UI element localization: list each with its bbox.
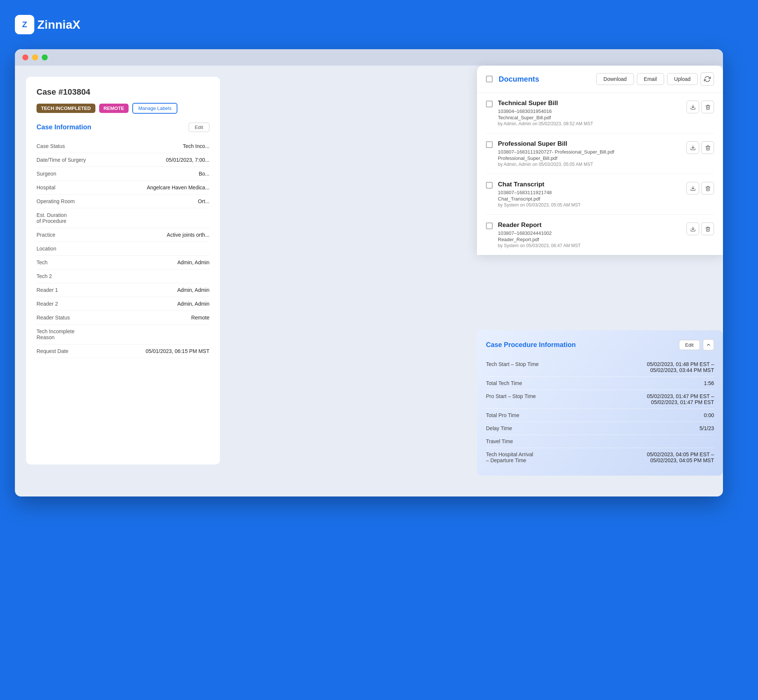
document-filename: Chat_Transcript.pdf [498,196,681,202]
document-meta: by System on 05/03/2023, 06:47 AM MST [498,243,681,248]
procedure-field-label: Total Tech Time [486,377,588,390]
case-field-value: Admin, Admin [114,297,209,311]
case-field-value: Tech Inco... [114,139,209,153]
document-checkbox[interactable] [486,101,493,107]
case-field-value: Ort... [114,195,209,208]
case-field-value: Remote [114,311,209,325]
document-download-button[interactable] [686,101,699,113]
case-info-header: Case Information Edit [36,123,209,132]
email-button[interactable]: Email [637,73,664,85]
procedure-field-label: Pro Start – Stop Time [486,390,588,409]
browser-window: Case #103804 TECH INCOMPLETED REMOTE Man… [15,49,723,497]
tech-incompleted-badge: TECH INCOMPLETED [36,104,95,113]
case-field-label: Tech 2 [36,269,114,283]
case-field-value [114,242,209,256]
browser-toolbar [15,49,723,66]
case-field-label: Est. Duration of Procedure [36,208,114,228]
logo-icon: Z [15,15,34,34]
procedure-field-value: 1:56 [588,377,714,390]
maximize-dot[interactable] [42,55,48,60]
procedure-panel: Case Procedure Information Edit Tech Sta… [477,330,723,476]
procedure-field-label: Delay Time [486,422,588,435]
procedure-table: Tech Start – Stop Time05/02/2023, 01:48 … [486,358,714,467]
case-number: Case #103804 [36,87,209,97]
document-checkbox[interactable] [486,182,493,189]
case-field-value: Angelcare Haven Medica... [114,181,209,195]
document-delete-button[interactable] [701,182,714,195]
procedure-field-label: Travel Time [486,435,588,448]
case-field-label: Tech [36,256,114,269]
document-id: 103804–1683031954016 [498,108,681,114]
document-name: Chat Transcript [498,181,681,188]
procedure-controls: Edit [679,339,714,350]
document-download-button[interactable] [686,222,699,235]
document-checkbox[interactable] [486,222,493,229]
document-checkbox[interactable] [486,141,493,148]
procedure-field-label: Tech Start – Stop Time [486,358,588,377]
procedure-field-label: Tech Hospital Arrival – Departure Time [486,448,588,467]
document-item: Reader Report103807–1683024441002Reader_… [486,215,714,255]
procedure-field-value: 05/02/2023, 04:05 PM EST – 05/02/2023, 0… [588,448,714,467]
procedure-field-value: 5/1/23 [588,422,714,435]
case-field-label: Request Date [36,344,114,358]
procedure-collapse-button[interactable] [703,339,714,350]
document-info: Reader Report103807–1683024441002Reader_… [498,222,681,248]
document-delete-button[interactable] [701,222,714,235]
document-id: 103807–1683111920727- Professional_Super… [498,149,681,155]
document-actions [686,182,714,195]
case-field-label: Reader 2 [36,297,114,311]
document-meta: by Admin, Admin on 05/02/2023, 08:52 AM … [498,121,681,127]
download-button[interactable]: Download [596,73,633,85]
labels-row: TECH INCOMPLETED REMOTE Manage Labels [36,103,209,114]
case-field-value: 05/01/2023, 7:00... [114,153,209,167]
document-item: Chat Transcript103807–1683111921748Chat_… [486,174,714,215]
document-actions [686,222,714,235]
case-info-panel: Case #103804 TECH INCOMPLETED REMOTE Man… [26,77,220,464]
document-id: 103807–1683111921748 [498,190,681,195]
procedure-edit-button[interactable]: Edit [679,340,700,350]
close-dot[interactable] [22,55,28,60]
documents-list: Technical Super Bill103804–1683031954016… [477,93,723,255]
case-field-label: Operating Room [36,195,114,208]
refresh-button[interactable] [700,72,714,86]
upload-button[interactable]: Upload [667,73,698,85]
logo-area: Z ZinniaX [15,15,81,34]
case-info-title: Case Information [36,123,91,131]
document-name: Reader Report [498,222,681,229]
minimize-dot[interactable] [32,55,38,60]
logo-text: ZinniaX [37,18,81,32]
document-delete-button[interactable] [701,101,714,113]
case-field-label: Practice [36,228,114,242]
browser-content: Case #103804 TECH INCOMPLETED REMOTE Man… [15,66,723,476]
procedure-header: Case Procedure Information Edit [486,339,714,350]
documents-header-buttons: Download Email Upload [596,72,714,86]
remote-badge: REMOTE [99,104,129,113]
case-field-label: Location [36,242,114,256]
document-info: Chat Transcript103807–1683111921748Chat_… [498,181,681,208]
documents-header: Documents Download Email Upload [477,66,723,93]
document-delete-button[interactable] [701,141,714,154]
case-field-value [114,325,209,344]
manage-labels-button[interactable]: Manage Labels [132,103,178,114]
document-id: 103807–1683024441002 [498,230,681,236]
case-field-label: Hospital [36,181,114,195]
case-field-value: Active joints orth... [114,228,209,242]
documents-title: Documents [499,75,590,83]
case-field-label: Date/Time of Surgery [36,153,114,167]
document-download-button[interactable] [686,182,699,195]
document-item: Technical Super Bill103804–1683031954016… [486,93,714,133]
case-field-label: Surgeon [36,167,114,181]
document-filename: Reader_Report.pdf [498,237,681,242]
document-name: Professional Super Bill [498,140,681,148]
document-download-button[interactable] [686,141,699,154]
procedure-field-value [588,435,714,448]
document-meta: by System on 05/03/2023, 05:05 AM MST [498,202,681,208]
case-info-edit-button[interactable]: Edit [189,123,209,132]
case-field-value: Bo... [114,167,209,181]
case-field-value: Admin, Admin [114,256,209,269]
documents-select-all-checkbox[interactable] [486,76,493,82]
document-info: Technical Super Bill103804–1683031954016… [498,100,681,127]
procedure-field-value: 05/02/2023, 01:48 PM EST – 05/02/2023, 0… [588,358,714,377]
document-filename: Professional_Super_Bill.pdf [498,155,681,161]
procedure-field-value: 0:00 [588,409,714,422]
